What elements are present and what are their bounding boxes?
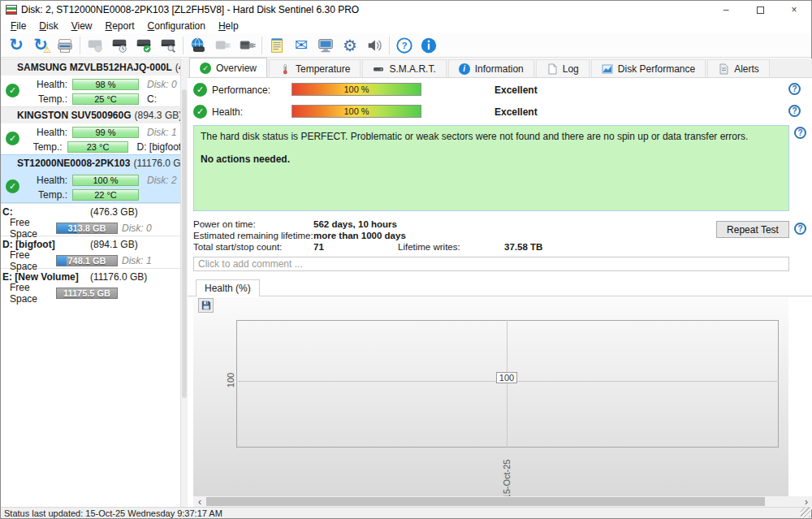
help-icon[interactable] bbox=[794, 127, 806, 139]
scrollbar-thumb[interactable] bbox=[206, 497, 765, 506]
statusbar: Status last updated: 15-Oct-25 Wednesday… bbox=[1, 507, 811, 518]
performance-gauge: 100 % bbox=[292, 83, 421, 96]
tab-log[interactable]: Log bbox=[536, 59, 590, 77]
save-chart-button[interactable] bbox=[198, 298, 214, 313]
network-disk-icon[interactable] bbox=[186, 35, 210, 56]
close-button[interactable]: × bbox=[777, 1, 811, 19]
disk-overview-icon[interactable] bbox=[83, 35, 107, 56]
scrollbar-thumb[interactable] bbox=[182, 89, 187, 398]
menubar: File Disk View Report Configuration Help bbox=[1, 19, 811, 33]
toolbar-separator bbox=[389, 37, 390, 54]
disk-name: ST12000NE0008-2PK103 bbox=[17, 158, 130, 169]
resize-grip-icon[interactable] bbox=[801, 508, 810, 517]
notepad-icon[interactable] bbox=[265, 35, 289, 56]
disk-header: ST12000NE0008-2PK103 (11176.0 GB) bbox=[1, 155, 180, 171]
chart-horizontal-scrollbar[interactable] bbox=[193, 496, 812, 507]
toolbar-separator bbox=[183, 37, 184, 54]
disk-number: Disk: 0 bbox=[147, 79, 177, 90]
health-bar: 98 % bbox=[72, 79, 139, 90]
repeat-test-button[interactable]: Repeat Test bbox=[716, 221, 789, 238]
app-icon bbox=[6, 5, 17, 15]
tab-smart[interactable]: S.M.A.R.T. bbox=[362, 59, 446, 77]
disk-name: SAMSUNG MZVLB512HAJQ-000L bbox=[17, 62, 172, 73]
ok-icon bbox=[193, 83, 207, 97]
help-icon[interactable] bbox=[794, 223, 806, 235]
disk-item-seagate-selected[interactable]: ST12000NE0008-2PK103 (11176.0 GB) Health… bbox=[1, 154, 180, 203]
network-computer-icon[interactable] bbox=[313, 35, 338, 56]
disk-search-icon[interactable] bbox=[156, 35, 180, 56]
tab-alerts[interactable]: Alerts bbox=[707, 59, 770, 77]
menu-view[interactable]: View bbox=[65, 19, 99, 32]
health-rating: Excellent bbox=[495, 106, 538, 118]
partition-item-e[interactable]: E: [New Volume] (11176.0 GB) Free Space … bbox=[1, 268, 180, 301]
disk-header: KINGSTON SUV500960G (894.3 GB) bbox=[1, 107, 180, 123]
titlebar: Disk: 2, ST12000NE0008-2PK103 [ZL2FH5V8]… bbox=[1, 1, 811, 19]
app-window: Disk: 2, ST12000NE0008-2PK103 [ZL2FH5V8]… bbox=[0, 0, 812, 519]
temp-bar: 23 °C bbox=[67, 141, 129, 153]
disk-size: (894.3 GB) bbox=[135, 110, 180, 121]
performance-row: Performance: 100 % Excellent bbox=[188, 83, 807, 97]
menu-configuration[interactable]: Configuration bbox=[141, 19, 212, 32]
disk-check-icon[interactable] bbox=[132, 35, 156, 56]
menu-file[interactable]: File bbox=[4, 19, 32, 32]
lifetime-writes-label: Lifetime writes: bbox=[398, 242, 460, 252]
report-icon[interactable] bbox=[53, 35, 77, 56]
health-gauge: 100 % bbox=[292, 105, 421, 118]
status-text: The hard disk status is PERFECT. Problem… bbox=[201, 131, 782, 142]
start-stop-count-label: Total start/stop count: bbox=[193, 242, 282, 252]
disk-status-message: The hard disk status is PERFECT. Problem… bbox=[193, 125, 789, 211]
partition-item-d[interactable]: D: [bigfoot] (894.1 GB) Free Space 748.1… bbox=[1, 236, 180, 268]
disk-item-samsung[interactable]: SAMSUNG MZVLB512HAJQ-000L (476.9 GB) Hea… bbox=[1, 58, 180, 106]
disk-number: Disk: 1 bbox=[147, 127, 177, 138]
menu-report[interactable]: Report bbox=[99, 19, 141, 32]
disk-size: (476.9 GB) bbox=[175, 62, 180, 73]
disk-power-icon[interactable] bbox=[235, 35, 259, 56]
chart-gridline-vertical bbox=[507, 320, 508, 448]
menu-disk[interactable]: Disk bbox=[32, 19, 64, 32]
status-last-updated: Status last updated: 15-Oct-25 Wednesday… bbox=[4, 508, 222, 518]
sidebar-scrollbar[interactable] bbox=[181, 58, 188, 507]
chart-tab-health[interactable]: Health (%) bbox=[196, 279, 260, 296]
settings-gear-icon[interactable]: ⚙ bbox=[338, 35, 362, 56]
main-panel: Overview Temperature S.M.A.R.T. Informat… bbox=[188, 58, 812, 507]
disk-clock-icon[interactable] bbox=[107, 35, 132, 56]
tab-disk-performance[interactable]: Disk Performance bbox=[591, 59, 706, 77]
health-bar: 100 % bbox=[72, 175, 139, 186]
thermometer-icon bbox=[279, 63, 291, 75]
sound-icon[interactable] bbox=[362, 35, 387, 56]
comment-input[interactable] bbox=[193, 257, 789, 271]
toolbar-separator bbox=[80, 37, 80, 54]
tab-overview[interactable]: Overview bbox=[189, 58, 267, 77]
help-icon[interactable] bbox=[788, 105, 801, 117]
status-action-text: No actions needed. bbox=[201, 154, 782, 165]
refresh-icon[interactable]: ↻ bbox=[4, 35, 28, 56]
info-icon bbox=[459, 63, 470, 75]
maximize-icon bbox=[757, 6, 764, 14]
maximize-button[interactable] bbox=[743, 1, 777, 19]
performance-rating: Excellent bbox=[495, 84, 538, 96]
scroll-right-icon[interactable] bbox=[800, 496, 812, 507]
scroll-left-icon[interactable] bbox=[193, 496, 206, 507]
menu-help[interactable]: Help bbox=[212, 19, 245, 32]
help-icon[interactable] bbox=[788, 83, 801, 95]
email-icon[interactable]: ✉ bbox=[289, 35, 313, 56]
partition-item-c[interactable]: C: (476.3 GB) Free Space 313.8 GB Disk: … bbox=[1, 203, 180, 236]
minimize-button[interactable]: – bbox=[709, 1, 743, 19]
disk-item-kingston[interactable]: KINGSTON SUV500960G (894.3 GB) Health: 9… bbox=[1, 106, 180, 154]
help-icon[interactable]: ? bbox=[392, 35, 417, 56]
ok-icon bbox=[193, 105, 207, 119]
free-space-bar: 11175.5 GB bbox=[56, 288, 118, 299]
info-icon[interactable] bbox=[417, 35, 441, 56]
power-on-time-label: Power on time: bbox=[193, 219, 256, 229]
chart-plot-area bbox=[236, 320, 779, 448]
tab-information[interactable]: Information bbox=[448, 59, 534, 77]
tab-temperature[interactable]: Temperature bbox=[269, 59, 361, 77]
toolbar: ↻ ↻⚠ ✉ bbox=[1, 33, 811, 58]
drive-letter: C: bbox=[147, 93, 157, 105]
disk-connect-disabled-icon[interactable] bbox=[210, 35, 235, 56]
partition-size: (476.3 GB) bbox=[90, 206, 138, 218]
lifetime-writes-value: 37.58 TB bbox=[504, 242, 542, 252]
refresh-warning-icon[interactable]: ↻⚠ bbox=[28, 35, 53, 56]
disk-number: Disk: 0 bbox=[122, 223, 152, 234]
toolbar-separator bbox=[261, 37, 262, 54]
